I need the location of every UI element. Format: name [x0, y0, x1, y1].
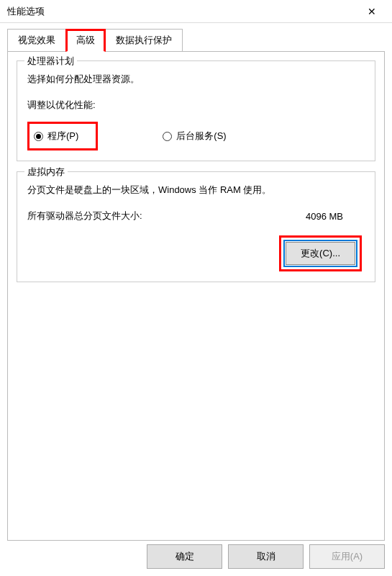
change-button-wrap: 更改(C)...	[27, 235, 365, 271]
radio-background-services[interactable]: 后台服务(S)	[163, 130, 226, 143]
close-icon: ✕	[368, 6, 376, 17]
button-label: 确定	[176, 551, 194, 562]
button-label: 应用(A)	[332, 551, 363, 562]
vm-description: 分页文件是硬盘上的一块区域，Windows 当作 RAM 使用。	[27, 184, 365, 197]
radio-label: 程序(P)	[47, 130, 78, 143]
button-label: 更改(C)...	[301, 248, 340, 258]
highlight-programs: 程序(P)	[27, 122, 98, 150]
button-label: 取消	[257, 551, 275, 562]
tab-content: 处理器计划 选择如何分配处理器资源。 调整以优化性能: 程序(P) 后台服务(S…	[7, 51, 385, 541]
highlight-change: 更改(C)...	[279, 235, 362, 271]
group-title: 处理器计划	[24, 55, 77, 68]
processor-description: 选择如何分配处理器资源。	[27, 73, 365, 86]
virtual-memory-group: 虚拟内存 分页文件是硬盘上的一块区域，Windows 当作 RAM 使用。 所有…	[17, 171, 375, 282]
tab-label: 高级	[76, 35, 95, 45]
group-title: 虚拟内存	[24, 166, 68, 179]
change-button[interactable]: 更改(C)...	[286, 242, 355, 265]
vm-total-value: 4096 MB	[306, 211, 343, 222]
tab-label: 视觉效果	[18, 35, 55, 45]
cancel-button[interactable]: 取消	[228, 544, 304, 569]
close-button[interactable]: ✕	[357, 0, 386, 23]
radio-programs[interactable]: 程序(P)	[34, 130, 78, 143]
ok-button[interactable]: 确定	[147, 544, 222, 569]
titlebar: 性能选项 ✕	[0, 0, 392, 23]
radio-dot-icon	[36, 134, 41, 139]
vm-total-row: 所有驱动器总分页文件大小: 4096 MB	[27, 210, 365, 222]
radio-label: 后台服务(S)	[176, 130, 226, 143]
dialog-buttons: 确定 取消 应用(A)	[147, 544, 385, 569]
radio-row: 程序(P) 后台服务(S)	[27, 122, 365, 150]
tab-dep[interactable]: 数据执行保护	[105, 29, 183, 52]
focus-ring: 更改(C)...	[283, 240, 357, 267]
processor-scheduling-group: 处理器计划 选择如何分配处理器资源。 调整以优化性能: 程序(P) 后台服务(S…	[17, 60, 375, 161]
vm-total-label: 所有驱动器总分页文件大小:	[27, 210, 142, 222]
window-title: 性能选项	[7, 5, 45, 18]
tab-advanced[interactable]: 高级	[65, 29, 106, 52]
tab-visual-effects[interactable]: 视觉效果	[7, 29, 66, 52]
radio-icon	[163, 132, 172, 141]
tab-label: 数据执行保护	[116, 35, 172, 45]
optimize-label: 调整以优化性能:	[27, 99, 365, 112]
radio-icon	[34, 132, 43, 141]
apply-button[interactable]: 应用(A)	[309, 544, 385, 569]
tab-bar: 视觉效果 高级 数据执行保护	[0, 23, 392, 52]
